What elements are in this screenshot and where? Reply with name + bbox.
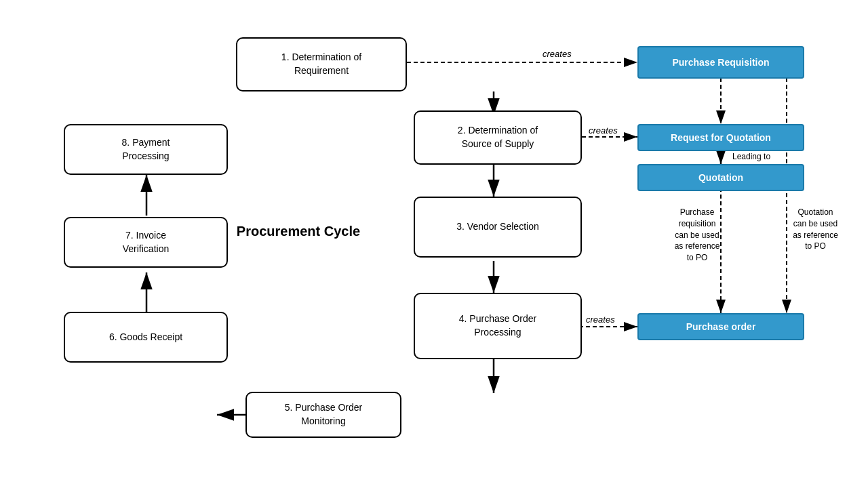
box-po-monitoring: 5. Purchase OrderMonitoring bbox=[245, 392, 401, 438]
label-creates-2: creates bbox=[589, 125, 618, 136]
label-leading-to: Leading to bbox=[732, 152, 770, 161]
box-goods-receipt: 6. Goods Receipt bbox=[64, 312, 228, 363]
label-procurement-cycle: Procurement Cycle bbox=[231, 224, 366, 239]
box-purchase-requisition: Purchase Requisition bbox=[637, 46, 804, 79]
label-creates-3: creates bbox=[586, 314, 615, 325]
box-quotation: Quotation bbox=[637, 164, 804, 191]
label-creates-1: creates bbox=[542, 49, 572, 59]
note-quotation-reference: Quotationcan be usedas referenceto PO bbox=[776, 207, 854, 252]
box-source: 2. Determination ofSource of Supply bbox=[414, 110, 582, 165]
box-invoice: 7. InvoiceVerification bbox=[64, 217, 228, 268]
box-vendor: 3. Vendor Selection bbox=[414, 197, 582, 258]
diagram: 1. Determination ofRequirement 2. Determ… bbox=[0, 0, 868, 488]
box-rfq: Request for Quotation bbox=[637, 124, 804, 151]
note-pr-reference: Purchaserequisitioncan be usedas referen… bbox=[663, 207, 731, 264]
box-po-processing: 4. Purchase OrderProcessing bbox=[414, 293, 582, 359]
box-purchase-order: Purchase order bbox=[637, 313, 804, 340]
box-determination: 1. Determination ofRequirement bbox=[236, 37, 407, 92]
box-payment: 8. PaymentProcessing bbox=[64, 124, 228, 175]
